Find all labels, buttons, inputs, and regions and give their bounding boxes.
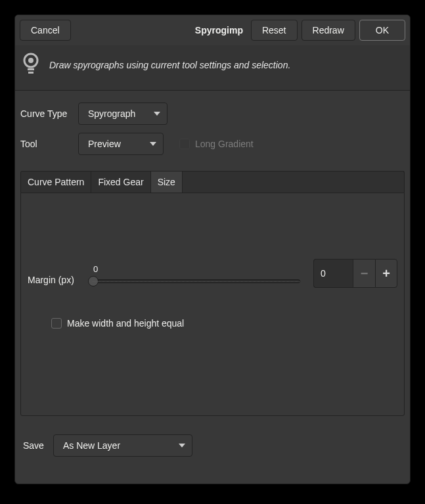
minus-icon: − [361, 266, 369, 281]
tab-area: Curve Pattern Fixed Gear Size Margin (px… [20, 171, 405, 416]
long-gradient-row: Long Gradient [179, 139, 254, 149]
curve-type-row: Curve Type Spyrograph [18, 99, 407, 129]
svg-rect-3 [28, 72, 34, 74]
margin-decrement-button[interactable]: − [353, 259, 375, 288]
reset-button[interactable]: Reset [251, 20, 298, 41]
chevron-down-icon [150, 142, 156, 146]
curve-type-combo[interactable]: Spyrograph [78, 103, 168, 125]
curve-type-value: Spyrograph [88, 108, 135, 119]
hint-row: Draw spyrographs using current tool sett… [15, 45, 410, 91]
long-gradient-checkbox [179, 139, 190, 149]
cancel-button[interactable]: Cancel [20, 20, 71, 41]
save-label: Save [23, 440, 44, 451]
lightbulb-icon [22, 52, 40, 78]
equal-wh-checkbox[interactable] [51, 318, 62, 329]
margin-increment-button[interactable]: + [375, 259, 397, 288]
tool-value: Preview [88, 139, 121, 149]
save-combo[interactable]: As New Layer [53, 434, 192, 457]
redraw-button[interactable]: Redraw [302, 20, 355, 41]
tab-size[interactable]: Size [151, 172, 183, 193]
spyrogimp-dialog: Cancel Spyrogimp Reset Redraw OK Draw sp… [14, 14, 411, 484]
dialog-header: Cancel Spyrogimp Reset Redraw OK [15, 15, 410, 45]
margin-slider-value: 0 [93, 264, 300, 274]
tool-row: Tool Preview Long Gradient [18, 129, 407, 159]
curve-type-label: Curve Type [20, 108, 72, 119]
margin-label: Margin (px) [28, 275, 74, 285]
tab-body-size: Margin (px) 0 − [20, 193, 405, 416]
margin-spinbox: − + [313, 259, 397, 288]
dialog-title: Spyrogimp [75, 25, 243, 35]
tab-strip: Curve Pattern Fixed Gear Size [20, 171, 405, 193]
margin-slider[interactable] [92, 279, 300, 283]
margin-input[interactable] [313, 259, 353, 288]
tab-fixed-gear[interactable]: Fixed Gear [91, 172, 150, 193]
svg-point-1 [28, 58, 34, 63]
margin-slider-thumb[interactable] [88, 276, 99, 286]
long-gradient-label: Long Gradient [195, 139, 254, 149]
svg-rect-2 [28, 68, 34, 70]
plus-icon: + [382, 266, 390, 281]
save-value: As New Layer [63, 440, 120, 451]
tool-label: Tool [20, 139, 72, 149]
tab-curve-pattern[interactable]: Curve Pattern [21, 172, 91, 193]
tab-strip-spacer [183, 172, 404, 193]
hint-text: Draw spyrographs using current tool sett… [49, 60, 290, 70]
chevron-down-icon [179, 444, 185, 447]
equal-wh-row: Make width and height equal [51, 318, 184, 329]
chevron-down-icon [154, 112, 160, 116]
margin-control: Margin (px) 0 − [28, 259, 397, 288]
save-row: Save As New Layer [18, 416, 407, 463]
ok-button[interactable]: OK [359, 20, 405, 41]
equal-wh-label: Make width and height equal [67, 318, 184, 329]
dialog-body: Curve Type Spyrograph Tool Preview Long … [15, 91, 410, 484]
tool-combo[interactable]: Preview [78, 133, 164, 155]
